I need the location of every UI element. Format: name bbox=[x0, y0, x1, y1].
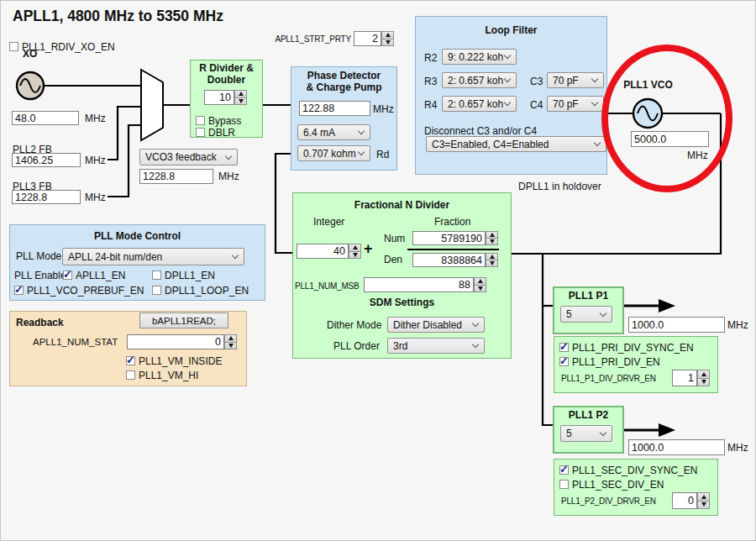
pd-freq-unit: MHz bbox=[373, 104, 394, 115]
prebuf-en-checkbox[interactable] bbox=[14, 286, 24, 295]
dpll1-en-checkbox-row[interactable]: DPLL1_EN bbox=[152, 270, 215, 281]
num-spinner[interactable] bbox=[486, 231, 498, 245]
r4-select[interactable]: 2: 0.657 kohm bbox=[442, 96, 517, 112]
vm-inside-checkbox[interactable] bbox=[126, 356, 135, 365]
dpll1-en-checkbox[interactable] bbox=[152, 270, 161, 280]
charge-pump-current-select[interactable]: 6.4 mA bbox=[297, 124, 370, 140]
feedback-select[interactable]: VCO3 feedback bbox=[139, 149, 238, 165]
apll1-en-checkbox-row[interactable]: APLL1_EN bbox=[63, 270, 125, 281]
p1-sync-checkbox-row[interactable]: PLL1_PRI_DIV_SYNC_EN bbox=[559, 342, 694, 354]
p1-drvr-field[interactable]: 1 bbox=[672, 370, 697, 386]
feedback-freq-unit: MHz bbox=[218, 171, 239, 182]
num-msb-field[interactable]: 88 bbox=[364, 277, 474, 292]
p2-drvr-field[interactable]: 0 bbox=[672, 492, 697, 509]
chevron-down-icon bbox=[358, 149, 365, 155]
p1-output-arrow bbox=[624, 299, 675, 313]
pll-enable-label: PLL Enable bbox=[14, 270, 66, 281]
dblr-checkbox[interactable] bbox=[196, 128, 205, 137]
p2-div-en-label: PLL1_SEC_DIV_EN bbox=[572, 479, 664, 491]
page-title: APLL1, 4800 MHz to 5350 MHz bbox=[13, 8, 223, 25]
num-msb-spinner[interactable] bbox=[474, 277, 486, 292]
pd-freq-field[interactable]: 122.88 bbox=[299, 101, 370, 116]
p2-title: PLL1 P2 bbox=[553, 410, 624, 422]
p1-div-en-checkbox-row[interactable]: PLL1_PRI_DIV_EN bbox=[559, 356, 660, 368]
num-stat-spinner[interactable] bbox=[224, 334, 237, 349]
pll1-rdiv-xo-en-checkbox[interactable] bbox=[9, 42, 18, 51]
xo-freq-unit: MHz bbox=[85, 113, 106, 124]
den-spinner[interactable] bbox=[486, 253, 498, 267]
bypass-checkbox[interactable] bbox=[196, 116, 205, 125]
p2-div-en-checkbox[interactable] bbox=[559, 480, 569, 489]
p1-freq-unit: MHz bbox=[727, 320, 748, 331]
dpll1-loop-en-checkbox[interactable] bbox=[152, 286, 161, 295]
integer-field[interactable]: 40 bbox=[297, 244, 349, 259]
p2-sync-checkbox-row[interactable]: PLL1_SEC_DIV_SYNC_EN bbox=[559, 465, 697, 476]
vco-freq-field[interactable]: 5000.0 bbox=[631, 131, 709, 147]
dblr-checkbox-row[interactable]: DBLR bbox=[196, 127, 235, 139]
r-divider-value-field[interactable]: 10 bbox=[204, 90, 234, 105]
pll-order-select[interactable]: 3rd bbox=[387, 338, 485, 354]
pll-mode-select[interactable]: APLL 24-bit num/den bbox=[62, 248, 244, 265]
chevron-down-icon bbox=[504, 76, 511, 82]
dither-mode-select[interactable]: Dither Disabled bbox=[387, 317, 485, 333]
spin-down-icon bbox=[239, 99, 244, 103]
p1-div-en-label: PLL1_PRI_DIV_EN bbox=[572, 356, 660, 368]
dpll1-loop-en-label: DPLL1_LOOP_EN bbox=[165, 285, 249, 297]
p1-sync-checkbox[interactable] bbox=[559, 343, 569, 352]
p2-divide-select[interactable]: 5 bbox=[560, 425, 612, 442]
dpll1-en-label: DPLL1_EN bbox=[165, 270, 215, 281]
c4-select[interactable]: 70 pF bbox=[547, 96, 604, 112]
integer-spinner[interactable] bbox=[349, 244, 361, 259]
p2-freq-field[interactable]: 1000.0 bbox=[628, 439, 725, 455]
pll-order-label: PLL Order bbox=[333, 341, 380, 352]
prebuf-en-checkbox-row[interactable]: PLL1_VCO_PREBUF_EN bbox=[14, 285, 144, 297]
vm-hi-checkbox-row[interactable]: PLL1_VM_HI bbox=[126, 370, 198, 381]
p1-drvr-spinner[interactable] bbox=[697, 370, 710, 386]
pll3-fb-field[interactable]: 1228.8 bbox=[12, 190, 81, 204]
bypass-checkbox-row[interactable]: Bypass bbox=[196, 115, 241, 127]
p1-divide-select[interactable]: 5 bbox=[560, 306, 612, 323]
apll1-en-checkbox[interactable] bbox=[63, 270, 72, 280]
p1-sync-label: PLL1_PRI_DIV_SYNC_EN bbox=[572, 342, 694, 354]
den-field[interactable]: 8388864 bbox=[412, 253, 486, 267]
spin-up-icon bbox=[386, 33, 391, 37]
p1-freq-field[interactable]: 1000.0 bbox=[628, 317, 725, 333]
p2-sync-checkbox[interactable] bbox=[559, 465, 569, 475]
p2-drvr-label: PLL1_P2_DIV_DRVR_EN bbox=[561, 496, 656, 506]
vm-hi-checkbox[interactable] bbox=[126, 370, 135, 380]
chevron-down-icon bbox=[232, 252, 239, 259]
rd-label: Rd bbox=[376, 150, 389, 160]
spin-down-icon bbox=[701, 502, 706, 507]
feedback-freq-field[interactable]: 1228.8 bbox=[139, 169, 213, 184]
apll1-panel: APLL1, 4800 MHz to 5350 MHz PLL1_RDIV_XO… bbox=[0, 0, 756, 541]
dither-mode-label: Dither Mode bbox=[327, 320, 381, 331]
pll2-fb-field[interactable]: 1406.25 bbox=[12, 153, 81, 167]
disconnect-select[interactable]: C3=Enabled, C4=Enabled bbox=[426, 136, 606, 152]
num-stat-field[interactable]: 0 bbox=[127, 334, 224, 349]
apll1-strt-prty-field[interactable]: 2 bbox=[354, 31, 381, 46]
p2-freq-unit: MHz bbox=[727, 443, 748, 454]
rd-resistor-select[interactable]: 0.707 kohm bbox=[297, 145, 370, 161]
apll1-strt-prty-label: APLL1_STRT_PRTY bbox=[274, 34, 351, 44]
r3-select[interactable]: 2: 0.657 kohm bbox=[442, 72, 517, 88]
phase-detector-title-1: Phase Detector bbox=[291, 71, 397, 82]
loop-filter-title: Loop Filter bbox=[415, 25, 607, 37]
c3-select[interactable]: 70 pF bbox=[547, 72, 604, 88]
readback-button[interactable]: bAPLL1READ; bbox=[139, 313, 228, 328]
apll1-strt-prty-spinner[interactable] bbox=[381, 31, 394, 46]
vm-inside-checkbox-row[interactable]: PLL1_VM_INSIDE bbox=[126, 355, 222, 367]
r2-select[interactable]: 9: 0.222 kohm bbox=[442, 49, 517, 65]
r-divider-spinner[interactable] bbox=[234, 90, 247, 105]
p2-output-arrow bbox=[624, 423, 675, 437]
chevron-down-icon bbox=[225, 152, 232, 159]
dpll1-loop-en-checkbox-row[interactable]: DPLL1_LOOP_EN bbox=[152, 285, 249, 297]
pll2-fb-unit: MHz bbox=[85, 155, 106, 166]
readback-title: Readback bbox=[16, 318, 64, 328]
xo-freq-field[interactable]: 48.0 bbox=[12, 111, 79, 125]
p2-div-en-checkbox-row[interactable]: PLL1_SEC_DIV_EN bbox=[559, 479, 664, 491]
p2-drvr-spinner[interactable] bbox=[697, 492, 710, 509]
p1-div-en-checkbox[interactable] bbox=[559, 357, 569, 366]
vco-oscillator-icon bbox=[633, 99, 662, 128]
pll-mode-control-title: PLL Mode Control bbox=[9, 231, 265, 243]
num-field[interactable]: 5789190 bbox=[412, 231, 486, 245]
